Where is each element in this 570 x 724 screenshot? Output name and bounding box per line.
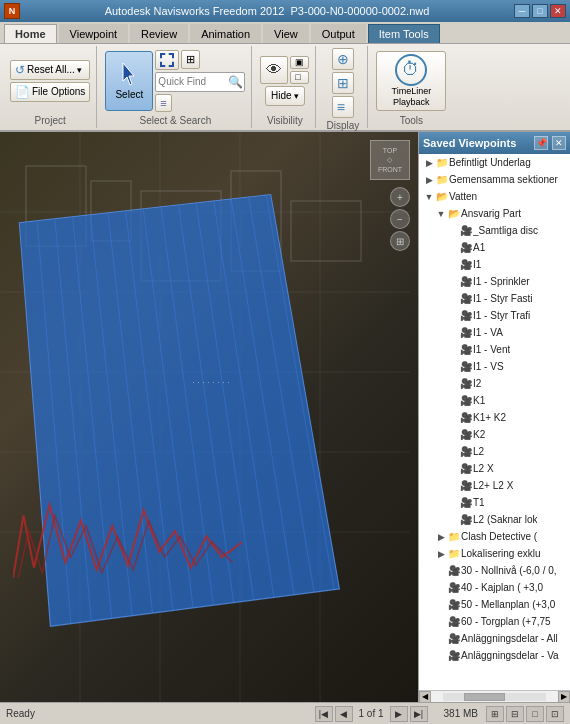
tree-item-i1-styr-trafi[interactable]: 🎥 I1 - Styr Trafi (419, 307, 570, 324)
select-button[interactable]: Select (105, 51, 153, 111)
tree-container[interactable]: ▶ 📁 Befintligt Underlag ▶ 📁 Gemensamma s… (419, 154, 570, 690)
tree-item-i1-vs[interactable]: 🎥 I1 - VS (419, 358, 570, 375)
display-label: Display (326, 118, 359, 131)
search-sets-button[interactable]: ≡ (155, 94, 171, 112)
tree-item-l2l2x[interactable]: 🎥 L2+ L2 X (419, 477, 570, 494)
tree-item-nollniva[interactable]: 🎥 30 - Nollnivå (-6,0 / 0, (419, 562, 570, 579)
hide-button[interactable]: Hide ▾ (265, 86, 305, 106)
tab-view[interactable]: View (263, 24, 309, 43)
tree-item-t1[interactable]: 🎥 T1 (419, 494, 570, 511)
nav-fit[interactable]: ⊞ (390, 231, 410, 251)
tree-item-l2-saknar[interactable]: 🎥 L2 (Saknar lok (419, 511, 570, 528)
tree-item-torgplan[interactable]: 🎥 60 - Torgplan (+7,75 (419, 613, 570, 630)
tree-item-i1-sprinkler[interactable]: 🎥 I1 - Sprinkler (419, 273, 570, 290)
panel-close-button[interactable]: ✕ (552, 136, 566, 150)
select-option-button2[interactable]: ⊞ (181, 50, 200, 69)
tree-item-samtliga[interactable]: 🎥 _Samtliga disc (419, 222, 570, 239)
timeliner-playback-button[interactable]: ⏱ TimeLiner Playback (376, 51, 446, 111)
view-mode-2[interactable]: ⊟ (506, 706, 524, 722)
tree-item-befintligt[interactable]: ▶ 📁 Befintligt Underlag (419, 154, 570, 171)
scroll-track[interactable] (443, 693, 546, 701)
tree-item-k2[interactable]: 🎥 K2 (419, 426, 570, 443)
display-opt3[interactable]: ≡ (332, 96, 354, 118)
tree-item-k1[interactable]: 🎥 K1 (419, 392, 570, 409)
minimize-button[interactable]: ─ (514, 4, 530, 18)
status-bar: Ready |◀ ◀ 1 of 1 ▶ ▶| 381 MB ⊞ ⊟ □ ⊡ (0, 702, 570, 724)
file-icon: 🎥 (447, 615, 461, 629)
tree-item-i1-styr-fasti[interactable]: 🎥 I1 - Styr Fasti (419, 290, 570, 307)
play-end-button[interactable]: ▶| (410, 706, 428, 722)
vis-opt2[interactable]: □ (290, 71, 309, 84)
panel-pin-button[interactable]: 📌 (534, 136, 548, 150)
expand-spacer (447, 225, 459, 237)
display-opt2[interactable]: ⊞ (332, 72, 354, 94)
scroll-left-button[interactable]: ◀ (419, 691, 431, 703)
view-mode-4[interactable]: ⊡ (546, 706, 564, 722)
nav-zoom-out[interactable]: − (390, 209, 410, 229)
tree-label: I1 - VA (473, 327, 503, 338)
search-box[interactable]: 🔍 (155, 72, 245, 92)
play-next-button[interactable]: ▶ (390, 706, 408, 722)
hide-icon-btn[interactable]: 👁 (260, 56, 288, 84)
tab-review[interactable]: Review (130, 24, 188, 43)
tree-item-i1-va[interactable]: 🎥 I1 - VA (419, 324, 570, 341)
tree-item-l2x[interactable]: 🎥 L2 X (419, 460, 570, 477)
vis-opt1[interactable]: ▣ (290, 56, 309, 69)
tab-output[interactable]: Output (311, 24, 366, 43)
expand-spacer (447, 463, 459, 475)
play-start-button[interactable]: |◀ (315, 706, 333, 722)
tree-item-l2[interactable]: 🎥 L2 (419, 443, 570, 460)
tree-item-i2[interactable]: 🎥 I2 (419, 375, 570, 392)
expand-spacer (447, 276, 459, 288)
timeliner-icon: ⏱ (395, 54, 427, 86)
scroll-right-button[interactable]: ▶ (558, 691, 570, 703)
file-icon: 🎥 (459, 241, 473, 255)
tree-item-vatten[interactable]: ▼ 📂 Vatten (419, 188, 570, 205)
quick-find-input[interactable] (158, 76, 228, 87)
tree-item-lokalisering[interactable]: ▶ 📁 Lokalisering exklu (419, 545, 570, 562)
tab-animation[interactable]: Animation (190, 24, 261, 43)
tree-item-i1-vent[interactable]: 🎥 I1 - Vent (419, 341, 570, 358)
tree-item-mellanplan[interactable]: 🎥 50 - Mellanplan (+3,0 (419, 596, 570, 613)
maximize-button[interactable]: □ (532, 4, 548, 18)
expand-spacer (447, 259, 459, 271)
tab-home[interactable]: Home (4, 24, 57, 43)
ribbon-tabs: Home Viewpoint Review Animation View Out… (0, 22, 570, 44)
tab-viewpoint[interactable]: Viewpoint (59, 24, 129, 43)
tab-item-tools[interactable]: Item Tools (368, 24, 440, 43)
visibility-buttons: 👁 ▣ □ Hide ▾ (260, 48, 309, 113)
reset-all-button[interactable]: ↺ Reset All... ▾ (10, 60, 90, 80)
tree-item-ansvarig[interactable]: ▼ 📂 Ansvarig Part (419, 205, 570, 222)
tree-item-kajplan[interactable]: 🎥 40 - Kajplan ( +3,0 (419, 579, 570, 596)
folder-icon-open: 📂 (435, 190, 449, 204)
play-prev-button[interactable]: ◀ (335, 706, 353, 722)
nav-cube[interactable]: TOP ◇ FRONT (370, 140, 410, 180)
tree-item-clash-detective[interactable]: ▶ 📁 Clash Detective ( (419, 528, 570, 545)
scroll-thumb[interactable] (464, 693, 505, 701)
tree-item-a1[interactable]: 🎥 A1 (419, 239, 570, 256)
project-buttons: ↺ Reset All... ▾ 📄 File Options (10, 48, 90, 113)
tree-item-anlaggning-all[interactable]: 🎥 Anläggningsdelar - All (419, 630, 570, 647)
viewport[interactable]: TOP ◇ FRONT + − ⊞ · · · · · · · · (0, 132, 418, 702)
memory-usage: 381 MB (436, 708, 478, 719)
view-mode-1[interactable]: ⊞ (486, 706, 504, 722)
tree-item-k1k2[interactable]: 🎥 K1+ K2 (419, 409, 570, 426)
file-options-button[interactable]: 📄 File Options (10, 82, 90, 102)
close-button[interactable]: ✕ (550, 4, 566, 18)
tree-label: Gemensamma sektioner (449, 174, 558, 185)
nav-zoom-in[interactable]: + (390, 187, 410, 207)
file-icon: 🎥 (459, 411, 473, 425)
expand-spacer (435, 582, 447, 594)
svg-rect-14 (291, 201, 361, 261)
tree-item-i1[interactable]: 🎥 I1 (419, 256, 570, 273)
tree-label: 40 - Kajplan ( +3,0 (461, 582, 543, 593)
select-box-button[interactable] (155, 50, 179, 70)
view-mode-3[interactable]: □ (526, 706, 544, 722)
tree-item-gemensamma[interactable]: ▶ 📁 Gemensamma sektioner (419, 171, 570, 188)
display-opt1[interactable]: ⊕ (332, 48, 354, 70)
panel-horizontal-scrollbar[interactable]: ◀ ▶ (419, 690, 570, 702)
ribbon-group-tools: ⏱ TimeLiner Playback Tools (370, 46, 452, 128)
tree-item-anlaggning-va[interactable]: 🎥 Anläggningsdelar - Va (419, 647, 570, 664)
expand-spacer (447, 293, 459, 305)
display-icon2: ⊞ (337, 75, 349, 91)
